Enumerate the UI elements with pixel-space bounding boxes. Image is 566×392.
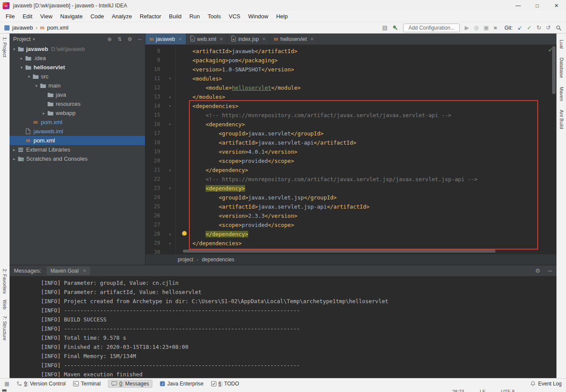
- locate-file-icon[interactable]: ⊕: [108, 36, 112, 42]
- code-line-10[interactable]: 10 <version>1.0-SNAPSHOT</version>: [145, 65, 556, 74]
- tree-item-idea[interactable]: ▸.idea: [10, 54, 145, 63]
- fold-marker-icon[interactable]: ▴: [165, 239, 176, 248]
- code-line-23[interactable]: 23▾ <dependency>: [145, 184, 556, 193]
- code-line-9[interactable]: 9 <packaging>pom</packaging>: [145, 56, 556, 65]
- code-line-14[interactable]: 14▾ <dependencies>: [145, 101, 556, 111]
- tab-close-icon[interactable]: ✕: [220, 37, 223, 41]
- stripe-button-1-project[interactable]: 1: Project: [2, 37, 7, 57]
- tab-close-icon[interactable]: ✕: [179, 37, 182, 41]
- fold-marker-icon[interactable]: ▾: [165, 184, 176, 193]
- intention-bulb-icon[interactable]: [182, 231, 187, 236]
- toolwindow-layout-icon[interactable]: ▤: [382, 24, 387, 31]
- git-history-icon[interactable]: ↻: [536, 24, 541, 31]
- tree-chevron-icon[interactable]: ▾: [19, 65, 24, 70]
- menu-vcs[interactable]: VCS: [225, 11, 244, 22]
- build-console[interactable]: [INFO] Parameter: groupId, Value: cn.cjl…: [10, 276, 556, 378]
- tree-item-helloservlet[interactable]: ▾helloservlet: [10, 63, 145, 72]
- git-rollback-icon[interactable]: ↺: [546, 24, 551, 31]
- editor-tab-javaweb[interactable]: mjavaweb✕: [145, 34, 186, 44]
- code-editor[interactable]: 8 <artifactId>javaweb</artifactId>9 <pac…: [145, 45, 556, 254]
- collapse-all-icon[interactable]: ⇅: [118, 36, 122, 42]
- stripe-button-lual[interactable]: Lual: [559, 40, 564, 49]
- breadcrumb-dependencies[interactable]: dependencies: [202, 257, 234, 263]
- stripe-button-ant-build[interactable]: Ant Build: [559, 110, 564, 129]
- toolwindow-button-6-todo[interactable]: 6: TODO: [211, 381, 239, 387]
- toolwindow-button-0-messages[interactable]: 0: Messages: [108, 380, 152, 388]
- fold-marker-icon[interactable]: ▴: [165, 230, 176, 239]
- tree-item-resources[interactable]: resources: [10, 99, 145, 108]
- menu-run[interactable]: Run: [185, 11, 204, 22]
- minimize-button[interactable]: —: [509, 0, 528, 11]
- code-line-29[interactable]: 29▴ </dependencies>: [145, 239, 556, 248]
- fold-marker-icon[interactable]: ▴: [165, 92, 176, 101]
- profiler-icon[interactable]: ▣: [484, 24, 489, 31]
- stripe-button-maven[interactable]: Maven: [559, 87, 564, 101]
- tree-item-javaweb[interactable]: ▾javawebD:\wk\javaweb: [10, 44, 145, 54]
- navbar-project[interactable]: javaweb: [12, 24, 33, 31]
- stripe-button-2-favorites[interactable]: 2: Favorites: [2, 269, 7, 294]
- stripe-button-7-structure[interactable]: 7: Structure: [2, 316, 7, 341]
- tree-item-external-libraries[interactable]: ▸External Libraries: [10, 145, 145, 154]
- editor-tab-web-xml[interactable]: web.xml✕: [186, 34, 228, 44]
- code-line-12[interactable]: 12 <module>helloservlet</module>: [145, 83, 556, 92]
- coverage-icon[interactable]: ◎: [474, 24, 478, 31]
- code-line-8[interactable]: 8 <artifactId>javaweb</artifactId>: [145, 47, 556, 56]
- status-file-encoding[interactable]: UTF-8: [501, 389, 515, 392]
- menu-analyze[interactable]: Analyze: [108, 11, 136, 22]
- code-line-15[interactable]: 15 <!-- https://mvnrepository.com/artifa…: [145, 111, 556, 120]
- status-line-separator[interactable]: LF: [480, 389, 485, 392]
- status-caret-position[interactable]: 28:23: [452, 389, 464, 392]
- code-line-17[interactable]: 17 <groupId>javax.servlet</groupId>: [145, 129, 556, 138]
- tree-item-pom-xml[interactable]: mpom.xml: [10, 136, 145, 145]
- editor-tab-index-jsp[interactable]: index.jsp✕: [227, 34, 270, 44]
- tree-item-main[interactable]: ▾main: [10, 81, 145, 90]
- fold-marker-icon[interactable]: ▴: [165, 166, 176, 175]
- code-line-27[interactable]: 27 <scope>provided</scope>: [145, 220, 556, 230]
- event-log-button[interactable]: Event Log: [530, 381, 562, 387]
- code-line-26[interactable]: 26 <version>2.3.3</version>: [145, 211, 556, 220]
- project-tree[interactable]: ▾javawebD:\wk\javaweb▸.idea▾helloservlet…: [10, 44, 145, 265]
- maximize-button[interactable]: □: [528, 0, 547, 11]
- code-line-22[interactable]: 22 <!-- https://mvnrepository.com/artifa…: [145, 175, 556, 184]
- tab-close-icon[interactable]: ✕: [83, 269, 87, 273]
- toolwindow-button-terminal[interactable]: Terminal: [73, 381, 101, 387]
- menu-build[interactable]: Build: [165, 11, 185, 22]
- code-line-28[interactable]: 28▴ </dependency>: [145, 230, 556, 239]
- tree-chevron-icon[interactable]: ▾: [34, 84, 39, 88]
- code-line-16[interactable]: 16▾ <dependency>: [145, 120, 556, 129]
- hide-panel-icon[interactable]: ─: [138, 36, 142, 42]
- tree-chevron-icon[interactable]: ▸: [19, 56, 24, 61]
- breadcrumb-project[interactable]: project: [178, 257, 193, 263]
- settings-gear-icon[interactable]: ⚙: [128, 36, 132, 42]
- tree-item-javaweb-iml[interactable]: javaweb.iml: [10, 127, 145, 136]
- tree-chevron-icon[interactable]: ▸: [11, 148, 17, 152]
- menu-view[interactable]: View: [36, 11, 56, 22]
- menu-navigate[interactable]: Navigate: [56, 11, 86, 22]
- tree-item-java[interactable]: java: [10, 90, 145, 99]
- editor-tab-helloservlet[interactable]: mhelloservlet✕: [270, 34, 318, 44]
- code-line-13[interactable]: 13▴ </modules>: [145, 92, 556, 101]
- add-configuration-button[interactable]: Add Configuration...: [403, 24, 460, 32]
- fold-marker-icon[interactable]: ▾: [165, 101, 176, 111]
- tab-close-icon[interactable]: ✕: [310, 37, 314, 41]
- tree-chevron-icon[interactable]: ▾: [26, 74, 32, 79]
- settings-gear-icon[interactable]: ⚙: [535, 267, 540, 274]
- status-grip-icon[interactable]: [2, 389, 7, 392]
- code-line-24[interactable]: 24 <groupId>javax.servlet.jsp</groupId>: [145, 193, 556, 202]
- run-icon[interactable]: ▶: [465, 24, 469, 31]
- build-hammer-icon[interactable]: [392, 25, 398, 31]
- tree-item-webapp[interactable]: ▸webapp: [10, 108, 145, 118]
- menu-help[interactable]: Help: [272, 11, 292, 22]
- maven-goal-tab[interactable]: Maven Goal ✕: [47, 267, 90, 275]
- stop-icon[interactable]: ■: [494, 24, 497, 31]
- toolwindow-button-java-enterprise[interactable]: JJava Enterprise: [160, 381, 203, 387]
- toolwindow-switcher-icon[interactable]: ▦: [4, 381, 9, 387]
- git-commit-icon[interactable]: ✓: [527, 24, 532, 31]
- toolwindow-button-9-version-control[interactable]: 9: Version Control: [17, 381, 65, 387]
- vertical-scrollbar[interactable]: [552, 46, 556, 94]
- close-button[interactable]: ✕: [547, 0, 566, 11]
- project-view-selector[interactable]: Project: [13, 36, 30, 42]
- menu-code[interactable]: Code: [87, 11, 108, 22]
- fold-marker-icon[interactable]: ▾: [165, 120, 176, 129]
- git-update-icon[interactable]: ↙: [517, 24, 522, 31]
